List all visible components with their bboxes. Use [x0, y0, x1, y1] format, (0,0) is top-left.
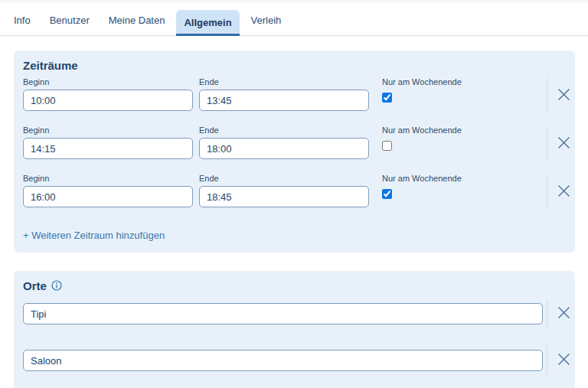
row-divider: [547, 126, 547, 161]
beginn-label: Beginn: [23, 77, 193, 87]
settings-page: Info Benutzer Meine Daten Allgemein Verl…: [0, 0, 588, 388]
panel-orte: Orte: [14, 271, 575, 388]
ort-input[interactable]: [23, 303, 543, 324]
beginn-input[interactable]: [23, 186, 193, 207]
delete-zeitraum-button[interactable]: [554, 84, 573, 107]
ende-input[interactable]: [199, 90, 369, 111]
ende-input[interactable]: [199, 138, 369, 159]
close-icon: [556, 183, 572, 201]
tab-benutzer[interactable]: Benutzer: [42, 8, 97, 36]
add-zeitraum-link[interactable]: + Weiteren Zeitraum hinzufügen: [23, 230, 165, 241]
ende-field-group: Ende: [199, 126, 369, 159]
beginn-field-group: Beginn: [23, 126, 193, 159]
row-actions: [547, 77, 575, 113]
delete-ort-button[interactable]: [554, 302, 573, 325]
ort-row: [23, 346, 575, 375]
ort-row: [23, 299, 575, 328]
ende-label: Ende: [199, 126, 369, 135]
tab-info[interactable]: Info: [6, 8, 38, 36]
weekend-field-group: Nur am Wochenende: [382, 77, 497, 106]
weekend-checkbox[interactable]: [382, 141, 392, 151]
tab-verleih[interactable]: Verleih: [243, 8, 289, 36]
ende-field-group: Ende: [199, 174, 369, 207]
ende-label: Ende: [199, 77, 369, 87]
beginn-label: Beginn: [23, 126, 193, 135]
tab-bar: Info Benutzer Meine Daten Allgemein Verl…: [0, 4, 588, 36]
close-icon: [556, 135, 572, 153]
close-icon: [556, 86, 572, 105]
zeitraum-row: Beginn Ende Nur am Wochenende: [23, 77, 575, 113]
weekend-checkbox[interactable]: [382, 189, 392, 199]
close-icon: [556, 305, 572, 323]
row-divider: [547, 299, 547, 328]
close-icon: [556, 351, 572, 370]
row-actions: [547, 126, 575, 161]
beginn-input[interactable]: [23, 90, 193, 111]
zeitraeume-title: Zeiträume: [23, 59, 575, 73]
row-actions: [547, 174, 575, 210]
orte-title-row: Orte: [23, 279, 575, 293]
delete-ort-button[interactable]: [554, 349, 573, 372]
row-divider: [547, 346, 547, 375]
ort-input[interactable]: [23, 350, 543, 371]
weekend-checkbox[interactable]: [382, 93, 392, 103]
row-divider: [547, 77, 547, 113]
weekend-label: Nur am Wochenende: [382, 126, 497, 135]
beginn-label: Beginn: [23, 174, 193, 184]
delete-zeitraum-button[interactable]: [554, 132, 573, 155]
delete-zeitraum-button[interactable]: [554, 181, 573, 204]
beginn-input[interactable]: [23, 138, 193, 159]
weekend-label: Nur am Wochenende: [382, 77, 497, 87]
panel-zeitraeume: Zeiträume Beginn Ende Nur am Wochenende: [14, 51, 575, 253]
ende-input[interactable]: [199, 186, 369, 207]
info-circle-icon[interactable]: [51, 280, 62, 291]
weekend-field-group: Nur am Wochenende: [382, 174, 497, 202]
zeitraum-row: Beginn Ende Nur am Wochenende: [23, 174, 575, 210]
row-divider: [547, 174, 547, 210]
ende-label: Ende: [199, 174, 369, 184]
ende-field-group: Ende: [199, 77, 369, 111]
weekend-field-group: Nur am Wochenende: [382, 126, 497, 154]
orte-title: Orte: [23, 279, 47, 293]
tab-allgemein[interactable]: Allgemein: [176, 10, 239, 36]
beginn-field-group: Beginn: [23, 174, 193, 207]
tab-meine-daten[interactable]: Meine Daten: [101, 8, 173, 36]
weekend-label: Nur am Wochenende: [382, 174, 497, 184]
zeitraum-row: Beginn Ende Nur am Wochenende: [23, 126, 575, 161]
beginn-field-group: Beginn: [23, 77, 193, 111]
